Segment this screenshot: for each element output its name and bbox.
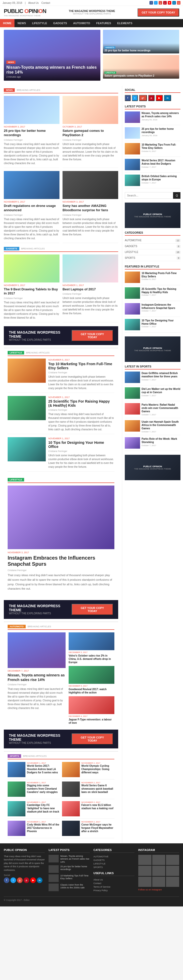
auto-side-3[interactable]: DECEMBER 4, 2017 Jaguar F-Type reinventi… — [69, 696, 114, 724]
footer-cat-4[interactable]: SPORTS — [93, 865, 134, 869]
search-button[interactable]: Q — [173, 192, 180, 199]
twitter-icon[interactable]: t — [154, 1, 158, 5]
category-2-link[interactable]: GADGETS 6 — [125, 243, 180, 249]
sidebar-lifestyle-1[interactable]: 10 Marketing Posts Full-Time Etsy Seller… — [125, 272, 180, 285]
sidebar-lifestyle-2[interactable]: 25 Scientific Tips for Raising Happy & H… — [125, 287, 180, 301]
nav-home[interactable]: Home — [0, 19, 14, 27]
instagram-img-1[interactable] — [138, 855, 151, 865]
auto-side-1[interactable]: DECEMBER 5, 2017 Volvo's October sales r… — [69, 632, 114, 664]
news-article-1[interactable]: NOVEMBER 3, 2017 25 pro tips for better … — [4, 96, 60, 168]
category-3-link[interactable]: LIFESTYLE 18 — [125, 250, 180, 255]
sidebar-latest-1[interactable]: Nissan, Toyota among winners as French s… — [125, 111, 180, 125]
auto-side-2[interactable]: DECEMBER 5, 2017 Goodwood Revival 2017: … — [69, 666, 114, 694]
footer-youtube-icon[interactable]: ▶ — [30, 877, 36, 883]
rss-icon[interactable]: rss — [177, 1, 180, 5]
sidebar-sports-2[interactable]: Did Lev Walker set up the World cup at i… — [125, 387, 180, 401]
sidebar-sports-3[interactable]: Paris Masters: Rafael Nadal ends win ove… — [125, 403, 180, 418]
sidebar-facebook-btn[interactable]: f — [125, 95, 131, 101]
sidebar-latest-2[interactable]: 25 pro tips for better home recordings J… — [125, 127, 180, 141]
sports-article-6[interactable]: NOVEMBER 2, 2017 Falcon's new $1.5 billi… — [62, 801, 114, 819]
sidebar-youtube-btn[interactable]: ▶ — [156, 95, 162, 101]
sports-article-4[interactable]: NOVEMBER 2, 2017 World Series Game 6 sho… — [62, 781, 114, 799]
nav-lifestyle[interactable]: Lifestyle — [29, 19, 50, 27]
category-2[interactable]: GADGETS 6 — [125, 243, 180, 250]
instagram-img-9[interactable] — [166, 877, 179, 887]
auto-main-article[interactable]: DECEMBER 7, 2017 Nissan, Toyota among wi… — [8, 632, 66, 724]
sidebar-sports-5[interactable]: Parks Role of the Week: Mark Stoneking O… — [125, 437, 180, 451]
sidebar-twitter-btn[interactable]: t — [132, 95, 138, 101]
footer-twitter-icon[interactable]: t — [10, 877, 16, 883]
footer-linkedin-icon[interactable]: in — [37, 877, 43, 883]
category-4[interactable]: SPORTS 9 — [125, 255, 180, 261]
sports-article-7[interactable]: NOVEMBER 1, 2017 Cody Webb Wins R4 of th… — [8, 821, 60, 838]
hero-post[interactable]: NEWS Nissan-Toyota among winners as Fren… — [4, 30, 100, 81]
instagram-img-7[interactable] — [138, 877, 151, 887]
footer-link-1[interactable]: About Us — [93, 878, 134, 881]
footer-link-3[interactable]: Terms of Service — [93, 885, 134, 889]
sidebar-lifestyle-4[interactable]: 10 Tips for Designing Your Home Office O… — [125, 319, 180, 332]
nav-gadgets[interactable]: Gadgets — [50, 19, 70, 27]
sidebar-googleplus-btn[interactable]: g+ — [139, 95, 147, 101]
category-1[interactable]: AUTOMOTIVE 12 — [125, 238, 180, 243]
footer-cat-1[interactable]: AUTOMOTIVE — [93, 855, 134, 858]
promo-2-cta[interactable]: GET YOUR COPY TODAY — [72, 604, 113, 615]
news-article-3[interactable]: NOVEMBER 5, 2017 Draft regulations on dr… — [4, 171, 60, 243]
category-1-link[interactable]: AUTOMOTIVE 12 — [125, 238, 180, 243]
instagram-img-2[interactable] — [152, 855, 166, 865]
footer-googleplus-icon[interactable]: g — [17, 877, 23, 883]
sports-article-3[interactable]: NOVEMBER 1, 2017 Digging into some numbe… — [8, 781, 60, 799]
instagram-img-6[interactable] — [166, 866, 179, 876]
lifestyle-article-2[interactable]: NOVEMBER 1, 2017 25 Scientific Tips For … — [8, 396, 114, 434]
sports-article-2[interactable]: NOVEMBER 2, 2017 World Olympic Cycling C… — [62, 762, 114, 780]
lifestyle-article-3[interactable]: NOVEMBER 1, 2017 10 Tips for Designing Y… — [8, 437, 114, 472]
footer-post-2[interactable]: 25 pro tips for better home recordings — [49, 865, 90, 873]
sidebar-sports-1[interactable]: Dean Griffiths retained British marathon… — [125, 372, 180, 385]
linkedin-icon[interactable]: in — [172, 1, 176, 5]
footer-post-1[interactable]: Nissan, Toyota among winners as French s… — [49, 855, 90, 864]
news-article-2[interactable]: OCTOBER 3, 2017 Saturn gamepad comes to … — [63, 96, 118, 168]
promo-1-cta[interactable]: GET YOUR COPY TODAY — [72, 330, 113, 341]
sidebar-sports-4[interactable]: Usain ran Hannah Spain South Africa in t… — [125, 420, 180, 435]
footer-post-4[interactable]: Classic Aston from the 1930s to the 2000… — [49, 883, 90, 891]
instagram-img-5[interactable] — [152, 866, 166, 876]
side-post-1[interactable]: GADGETS 25 pro tips for better home reco… — [103, 30, 179, 53]
sidebar-latest-4[interactable]: World Series 2017: Houston Astros beat t… — [125, 159, 180, 173]
large-feature[interactable]: NOVEMBER 3, 2017 Instagram Embraces the … — [8, 485, 114, 591]
header-cta-button[interactable]: GET YOUR COPY TODAY — [137, 8, 179, 16]
category-4-link[interactable]: SPORTS 9 — [125, 255, 180, 261]
footer-cat-3[interactable]: LIFESTYLE — [93, 862, 134, 865]
sports-article-1[interactable]: NOVEMBER 1, 2017 World Series 2017: Hous… — [8, 762, 60, 780]
instagram-img-4[interactable] — [138, 866, 151, 876]
nav-elements[interactable]: Elements — [114, 19, 136, 27]
promo-3-cta[interactable]: GET YOUR COPY TODAY — [72, 733, 113, 745]
nav-features[interactable]: Features — [93, 19, 114, 27]
footer-facebook-icon[interactable]: f — [4, 877, 9, 883]
footer-link-4[interactable]: Privacy Policy — [93, 889, 134, 892]
sidebar-linkedin-btn[interactable]: in — [164, 95, 171, 101]
footer-post-3[interactable]: 10 Marketing Tips Full-Time Etsy Sellers — [49, 874, 90, 882]
sports-article-8[interactable]: NOVEMBER 2, 2017 Conor McGregor says he … — [62, 821, 114, 838]
sidebar-latest-3[interactable]: 10 Marketing Tips From Full-Time Etsy Se… — [125, 143, 180, 157]
sidebar-pinterest-btn[interactable]: p — [148, 95, 155, 101]
side-post-2[interactable]: LIFESTYLE Saturn gamepads comes to PlayS… — [103, 55, 179, 79]
footer-link-2[interactable]: Contact — [93, 881, 134, 885]
nav-auto[interactable]: Auto/Moto — [70, 19, 93, 27]
instagram-img-3[interactable] — [166, 855, 179, 865]
lifestyle-article-1[interactable]: NOVEMBER 5, 2017 Top 10 Marketing Tips F… — [8, 359, 114, 393]
nav-news[interactable]: News — [14, 19, 29, 27]
sports-article-5[interactable]: NOVEMBER 1, 2017 Cambridge City FC 'deli… — [8, 801, 60, 819]
category-3[interactable]: LIFESTYLE 18 — [125, 250, 180, 255]
sidebar-lifestyle-3[interactable]: Instagram Embraces the Influencers Snapc… — [125, 303, 180, 317]
gadgets-article-2[interactable]: NOVEMBER 1, 2017 Best Laptops of 2017 Cr… — [63, 255, 118, 323]
sidebar-latest-5[interactable]: British Orbited Sales arriving stops in … — [125, 175, 180, 188]
footer-pinterest-icon[interactable]: p — [24, 877, 29, 883]
footer-instagram-link[interactable]: Follow us on Instagram — [138, 888, 179, 891]
footer-cat-2[interactable]: GADGETS — [93, 858, 134, 862]
facebook-icon[interactable]: f — [150, 1, 153, 5]
gadgets-article-1[interactable]: NOVEMBER 5, 2017 The 9 Best Drawing Tabl… — [4, 255, 60, 323]
about-link[interactable]: About Us — [28, 2, 39, 4]
pinterest-icon[interactable]: p — [163, 1, 167, 5]
youtube-icon[interactable]: ▶ — [168, 1, 171, 5]
search-input[interactable] — [125, 192, 173, 199]
news-article-4[interactable]: NOVEMBER 3, 2017 Sony has another AMAZIN… — [63, 171, 118, 243]
